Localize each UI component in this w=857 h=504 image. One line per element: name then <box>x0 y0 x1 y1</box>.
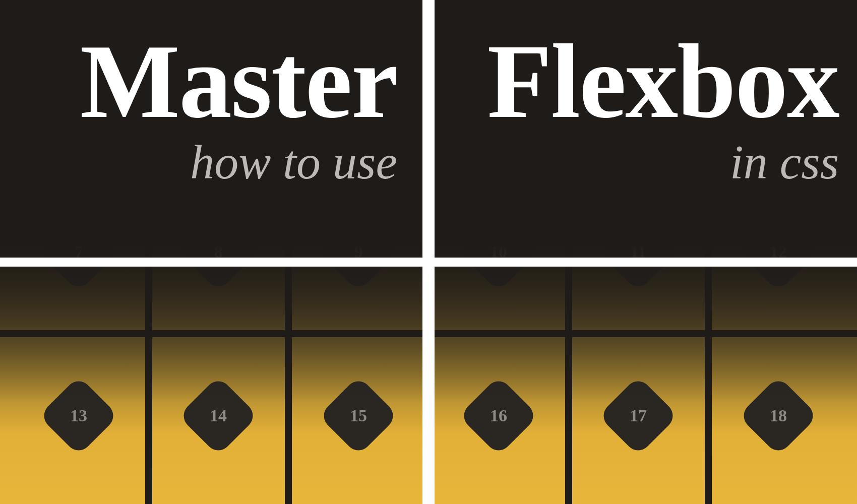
grid-cell: 6 <box>712 10 845 167</box>
diamond-icon: 9 <box>319 212 398 292</box>
cell-number: 15 <box>350 406 367 425</box>
diamond-icon: 18 <box>739 375 818 455</box>
cell-number: 1 <box>74 79 83 98</box>
grid-cell: 12 <box>712 174 845 331</box>
grid-cell: 4 <box>432 10 565 167</box>
diamond-icon: 15 <box>319 375 398 455</box>
diamond-icon: 5 <box>598 48 678 128</box>
grid-cell: 16 <box>432 337 565 494</box>
diamond-icon: 8 <box>178 212 258 292</box>
grid-cell: 8 <box>152 174 285 331</box>
cell-number: 18 <box>770 406 787 425</box>
cell-number: 5 <box>634 79 643 98</box>
grid-cell: 18 <box>712 337 845 494</box>
cell-number: 17 <box>630 406 647 425</box>
diamond-icon: 12 <box>739 212 818 292</box>
diamond-icon: 4 <box>459 48 538 128</box>
diamond-icon: 16 <box>459 375 538 455</box>
cell-number: 16 <box>490 406 507 425</box>
grid-cell: 3 <box>292 10 425 167</box>
cell-number: 6 <box>774 79 783 98</box>
diamond-icon: 1 <box>39 48 118 128</box>
grid-cell: 13 <box>12 337 145 494</box>
grid-cell: 1 <box>12 10 145 167</box>
grid-cell: 5 <box>572 10 705 167</box>
diamond-icon: 11 <box>598 212 678 292</box>
diamond-icon: 10 <box>459 212 538 292</box>
white-divider-horizontal <box>0 258 857 267</box>
cell-number: 4 <box>494 79 503 98</box>
grid-cell: 14 <box>152 337 285 494</box>
grid-cell: 15 <box>292 337 425 494</box>
cell-number: 13 <box>70 406 87 425</box>
grid-cell: 10 <box>432 174 565 331</box>
cell-number: 14 <box>210 406 227 425</box>
diamond-icon: 14 <box>178 375 258 455</box>
cell-number: 2 <box>214 79 223 98</box>
diamond-icon: 2 <box>178 48 258 128</box>
grid-cell: 9 <box>292 174 425 331</box>
grid-cell: 7 <box>12 174 145 331</box>
grid-cell: 17 <box>572 337 705 494</box>
diamond-icon: 17 <box>598 375 678 455</box>
grid-cell: 2 <box>152 10 285 167</box>
diamond-icon: 6 <box>739 48 818 128</box>
diamond-icon: 7 <box>39 212 118 292</box>
white-divider-vertical <box>422 0 435 504</box>
grid-cell: 11 <box>572 174 705 331</box>
diamond-icon: 3 <box>319 48 398 128</box>
banner-stage: 123456789101112131415161718 Master how t… <box>0 0 857 504</box>
cell-number: 3 <box>354 79 363 98</box>
diamond-icon: 13 <box>39 375 118 455</box>
